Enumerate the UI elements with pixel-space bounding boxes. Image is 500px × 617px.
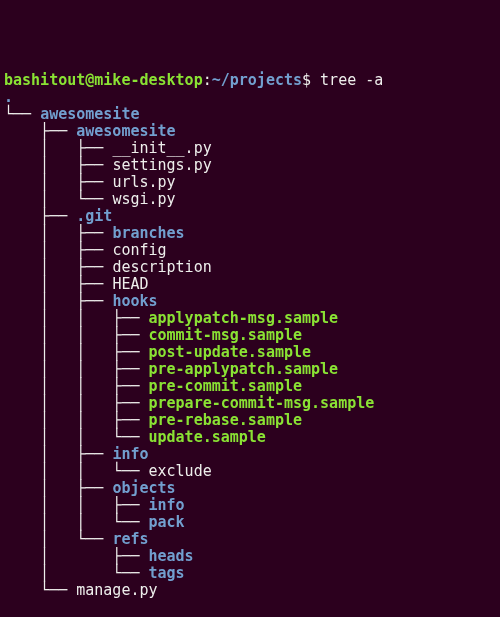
tree-row: │ │ ├── pre-commit.sample [4,378,496,395]
prompt-path: ~/projects [212,71,302,89]
tree-row: │ ├── HEAD [4,276,496,293]
tree-branch: │ │ └── [4,513,149,531]
tree-entry: settings.py [112,156,211,174]
tree-branch: │ └── [4,564,149,582]
tree-row: │ │ ├── pre-rebase.sample [4,412,496,429]
tree-entry: hooks [112,292,157,310]
command: tree -a [320,71,383,89]
tree-row: │ ├── hooks [4,293,496,310]
tree-row: │ ├── heads [4,548,496,565]
tree-entry: exclude [149,462,212,480]
tree-entry: tags [149,564,185,582]
tree-entry: info [112,445,148,463]
tree-branch: │ ├── [4,224,112,242]
tree-row: │ └── refs [4,531,496,548]
tree-branch: │ ├── [4,275,112,293]
tree-entry: refs [112,530,148,548]
tree-entry: config [112,241,166,259]
tree-entry: heads [149,547,194,565]
tree-branch: │ │ ├── [4,377,149,395]
tree-row: │ ├── info [4,446,496,463]
prompt-host: mike-desktop [94,71,202,89]
tree-branch: │ │ ├── [4,496,149,514]
tree-branch: │ ├── [4,292,112,310]
tree-row: └── manage.py [4,582,496,599]
tree-row: │ ├── urls.py [4,174,496,191]
tree-row: │ ├── config [4,242,496,259]
tree-row: ├── awesomesite [4,123,496,140]
tree-branch: │ │ ├── [4,309,149,327]
prompt-line: bashitout@mike-desktop:~/projects$ tree … [4,72,496,89]
tree-entry: commit-msg.sample [149,326,303,344]
tree-entry: description [112,258,211,276]
tree-entry: manage.py [76,581,157,599]
prompt-user: bashitout [4,71,85,89]
tree-entry: pre-applypatch.sample [149,360,339,378]
tree-entry: .git [76,207,112,225]
terminal-output: bashitout@mike-desktop:~/projects$ tree … [4,72,496,617]
tree-entry: post-update.sample [149,343,312,361]
tree-row: │ │ └── pack [4,514,496,531]
tree-row: │ │ └── update.sample [4,429,496,446]
tree-row: │ ├── settings.py [4,157,496,174]
tree-row: │ │ ├── info [4,497,496,514]
prompt-dollar: $ [302,71,311,89]
tree-branch: │ │ ├── [4,360,149,378]
tree-branch: │ ├── [4,479,112,497]
tree-branch: │ ├── [4,173,112,191]
prompt-at: @ [85,71,94,89]
tree-entry: branches [112,224,184,242]
tree-row: │ └── tags [4,565,496,582]
tree-row: │ │ ├── pre-applypatch.sample [4,361,496,378]
tree-row: ├── .git [4,208,496,225]
tree-branch: │ │ ├── [4,411,149,429]
tree-branch: │ │ ├── [4,326,149,344]
tree-row: └── awesomesite [4,106,496,123]
tree-row: │ │ ├── commit-msg.sample [4,327,496,344]
blank-line [4,599,496,616]
tree-entry: prepare-commit-msg.sample [149,394,375,412]
tree-branch: │ │ └── [4,462,149,480]
tree-row: │ └── wsgi.py [4,191,496,208]
tree-entry: urls.py [112,173,175,191]
tree-row: │ │ ├── post-update.sample [4,344,496,361]
tree-row: │ ├── __init__.py [4,140,496,157]
tree-entry: awesomesite [76,122,175,140]
tree-branch: │ ├── [4,156,112,174]
tree-entry: update.sample [149,428,266,446]
tree-entry: applypatch-msg.sample [149,309,339,327]
tree-row: │ ├── description [4,259,496,276]
tree-branch: └── [4,581,76,599]
tree-row: │ ├── branches [4,225,496,242]
tree-root-label: . [4,88,13,106]
tree-branch: │ ├── [4,139,112,157]
tree-row: │ ├── objects [4,480,496,497]
tree-row: │ │ ├── prepare-commit-msg.sample [4,395,496,412]
tree-branch: └── [4,105,40,123]
tree-entry: pre-rebase.sample [149,411,303,429]
prompt-space [311,71,320,89]
prompt-colon: : [203,71,212,89]
tree-entry: pre-commit.sample [149,377,303,395]
tree-entry: HEAD [112,275,148,293]
tree-branch: │ ├── [4,445,112,463]
tree-entry: objects [112,479,175,497]
tree-entry: __init__.py [112,139,211,157]
tree-entry: awesomesite [40,105,139,123]
tree-entry: info [149,496,185,514]
tree-branch: │ │ ├── [4,343,149,361]
tree-row: │ │ ├── applypatch-msg.sample [4,310,496,327]
tree-branch: │ ├── [4,258,112,276]
tree-row: │ │ └── exclude [4,463,496,480]
tree-branch: │ ├── [4,547,149,565]
tree-branch: ├── [4,122,76,140]
tree-branch: │ │ ├── [4,394,149,412]
tree-branch: │ └── [4,530,112,548]
tree-entry: pack [149,513,185,531]
tree-branch: ├── [4,207,76,225]
tree-branch: │ ├── [4,241,112,259]
tree-branch: │ │ └── [4,428,149,446]
tree-branch: │ └── [4,190,112,208]
tree-root: . [4,89,496,106]
tree-entry: wsgi.py [112,190,175,208]
